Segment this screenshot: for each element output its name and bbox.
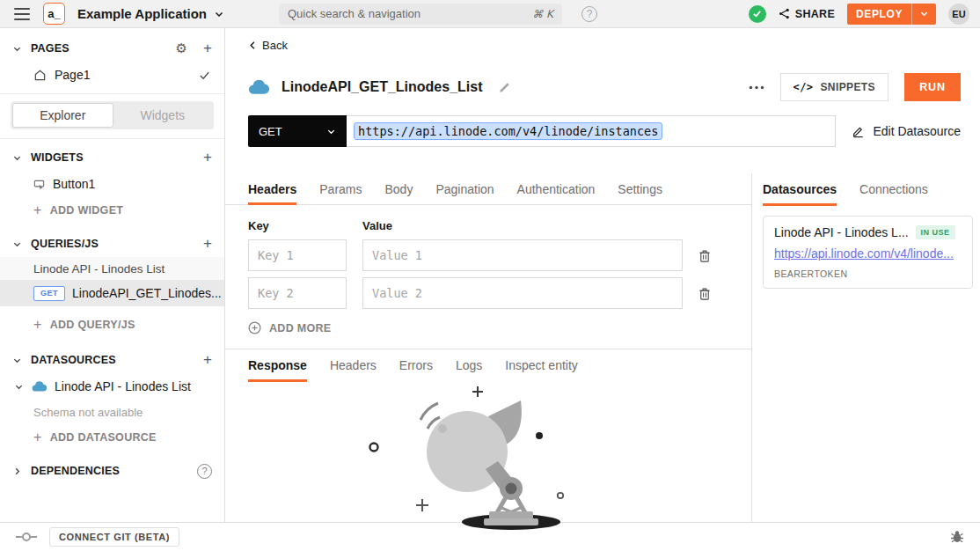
tab-headers[interactable]: Headers (248, 173, 296, 204)
response-tabbar: Response Headers Errors Logs Inspect ent… (225, 349, 751, 381)
dependencies-help-icon[interactable]: ? (197, 464, 212, 479)
satellite-dish-illustration (352, 383, 625, 531)
queries-section-header[interactable]: QUERIES/JS + (0, 231, 224, 257)
app-logo[interactable]: a_ (43, 3, 65, 25)
chevron-right-icon (12, 467, 22, 476)
delete-row-2-trash-icon[interactable] (698, 287, 711, 300)
request-tabbar: Headers Params Body Pagination Authentic… (225, 173, 751, 205)
queries-title: QUERIES/JS (31, 238, 194, 250)
dependencies-title: DEPENDENCIES (31, 465, 188, 477)
edit-title-pencil-icon[interactable] (498, 81, 511, 94)
datasources-section-header[interactable]: DATASOURCES + (0, 347, 224, 373)
add-query-button[interactable]: + ADD QUERY/JS (0, 312, 224, 338)
button-widget-icon (33, 179, 45, 190)
datasource-url-link[interactable]: https://api.linode.com/v4/linode... (774, 246, 962, 261)
sidebar-item-button1[interactable]: Button1 (0, 171, 224, 197)
edit-datasource-button[interactable]: Edit Datasource (852, 124, 961, 138)
datasources-panel: Datasources Connections Linode API - Lin… (751, 173, 980, 522)
debug-bug-icon[interactable] (950, 530, 964, 543)
share-icon (779, 8, 790, 19)
header-row-2 (248, 277, 730, 309)
datasources-title: DATASOURCES (31, 354, 194, 366)
header-row-1 (248, 239, 730, 271)
sidebar-item-query-selected[interactable]: GET LinodeAPI_GET_Linodes... (0, 280, 224, 306)
url-input[interactable]: https://api.linode.com/v4/linode/instanc… (347, 115, 836, 147)
delete-row-1-trash-icon[interactable] (698, 249, 711, 262)
tab-response[interactable]: Response (248, 349, 307, 381)
pages-settings-gear-icon[interactable]: ⚙ (176, 40, 187, 56)
deploy-button[interactable]: DEPLOY (847, 4, 936, 25)
widget-name: Button1 (53, 177, 95, 191)
add-widget-button[interactable]: + ADD WIDGET (0, 197, 224, 224)
tab-body[interactable]: Body (385, 173, 413, 204)
tab-authentication[interactable]: Authentication (517, 173, 596, 204)
plus-icon: + (33, 318, 42, 332)
value-input-2[interactable] (362, 277, 683, 309)
tab-pagination[interactable]: Pagination (435, 173, 494, 204)
more-actions-button[interactable] (749, 85, 764, 90)
cloud-icon (248, 80, 269, 95)
add-query-plus-button[interactable]: + (203, 235, 212, 253)
quick-search[interactable]: ⌘ K (279, 4, 562, 25)
pencil-icon (852, 125, 865, 138)
chevron-down-icon (12, 239, 22, 249)
chevron-down-icon (326, 127, 336, 136)
add-page-button[interactable]: + (203, 40, 212, 57)
chevron-down-icon[interactable] (214, 9, 224, 19)
snippets-button[interactable]: </> SNIPPETS (780, 73, 889, 101)
tab-inspect-entity[interactable]: Inspect entity (505, 349, 578, 381)
explorer-widgets-toggle: Explorer Widgets (11, 101, 214, 129)
http-method-select[interactable]: GET (248, 115, 347, 147)
add-datasource-button[interactable]: + ADD DATASOURCE (0, 424, 224, 451)
search-shortcut: ⌘ K (532, 8, 553, 20)
hamburger-menu-icon[interactable] (14, 8, 30, 20)
back-button[interactable]: Back (225, 28, 304, 52)
tab-errors[interactable]: Errors (399, 349, 433, 381)
key-column-header: Key (248, 219, 362, 232)
dependencies-section-header[interactable]: DEPENDENCIES ? (0, 458, 224, 484)
chevron-down-icon (14, 382, 24, 392)
schema-status: Schema not available (0, 400, 224, 424)
add-datasource-plus-button[interactable]: + (203, 351, 212, 369)
divider (0, 93, 224, 94)
page-name: Page1 (55, 68, 90, 82)
value-input-1[interactable] (362, 239, 683, 271)
key-input-2[interactable] (248, 277, 347, 309)
query-name: LinodeAPI_GET_Linodes... (72, 286, 222, 300)
share-button[interactable]: SHARE (779, 8, 835, 20)
tab-connections[interactable]: Connections (859, 173, 928, 205)
cloud-icon (32, 381, 47, 393)
add-more-button[interactable]: ADD MORE (248, 321, 354, 334)
search-input[interactable] (288, 7, 532, 20)
tab-response-headers[interactable]: Headers (330, 349, 377, 381)
datasource-name: Linode API - Linodes List (55, 379, 191, 393)
tab-widgets[interactable]: Widgets (113, 103, 213, 128)
sidebar-item-datasource[interactable]: Linode API - Linodes List (0, 373, 224, 400)
tab-datasources[interactable]: Datasources (763, 173, 837, 205)
widgets-section-header[interactable]: WIDGETS + (0, 144, 224, 171)
query-group-label[interactable]: Linode API - Linodes List (0, 257, 224, 280)
tab-logs[interactable]: Logs (456, 349, 482, 381)
deploy-chevron-icon[interactable] (911, 4, 936, 25)
datasource-card-name: Linode API - Linodes L... (774, 225, 909, 239)
deploy-label: DEPLOY (847, 8, 911, 20)
circle-plus-icon (248, 321, 261, 334)
connect-git-button[interactable]: CONNECT GIT (BETA) (49, 527, 179, 547)
help-icon[interactable]: ? (581, 6, 597, 22)
tab-params[interactable]: Params (319, 173, 362, 204)
divider (0, 138, 224, 139)
datasource-card[interactable]: Linode API - Linodes L... IN USE https:/… (763, 216, 973, 289)
add-widget-plus-button[interactable]: + (203, 149, 212, 166)
run-button[interactable]: RUN (904, 73, 961, 101)
plus-icon: + (33, 203, 42, 217)
request-pane: Headers Params Body Pagination Authentic… (225, 173, 751, 522)
key-input-1[interactable] (248, 239, 347, 271)
pages-section-header[interactable]: PAGES ⚙ + (0, 35, 224, 62)
app-title[interactable]: Example Application (77, 6, 207, 21)
in-use-badge: IN USE (916, 225, 955, 239)
tab-explorer[interactable]: Explorer (12, 103, 113, 128)
sidebar-item-page1[interactable]: Page1 (0, 62, 224, 88)
code-icon: </> (794, 81, 814, 93)
user-avatar[interactable]: EU (948, 4, 969, 25)
tab-settings[interactable]: Settings (618, 173, 662, 204)
